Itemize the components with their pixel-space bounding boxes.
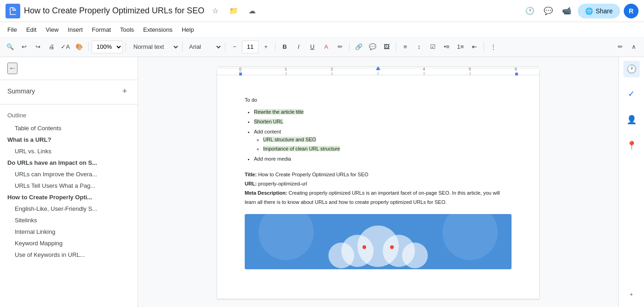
- bullet-list-btn[interactable]: •≡: [440, 41, 453, 53]
- font-name-select[interactable]: Arial: [185, 41, 222, 53]
- font-size-increase-btn[interactable]: +: [259, 41, 272, 53]
- star-icon[interactable]: ☆: [208, 4, 223, 18]
- toolbar-sep-5: [275, 42, 276, 52]
- right-icon-map[interactable]: 📍: [622, 136, 641, 155]
- todo-sub-list: URL structure and SEO Importance of clea…: [254, 136, 512, 153]
- search-toolbar-btn[interactable]: 🔍: [4, 41, 17, 53]
- menu-edit[interactable]: Edit: [23, 24, 40, 35]
- sidebar-item-english[interactable]: English-Like, User-Friendly S...: [0, 203, 138, 214]
- zoom-select[interactable]: 100%: [92, 41, 123, 53]
- underline-btn[interactable]: U: [306, 41, 319, 53]
- doc-title-text[interactable]: How to Create Properly Optimized URLs fo…: [24, 6, 204, 16]
- sidebar-item-toc[interactable]: Table of Contents: [0, 122, 138, 134]
- todo-list: Rewrite the article title Shorten URL Ad…: [245, 108, 512, 163]
- right-icon-clock[interactable]: 🕐: [623, 61, 640, 77]
- paint-format-btn[interactable]: 🎨: [73, 41, 86, 53]
- insert-image-btn[interactable]: 🖼: [380, 41, 393, 53]
- doc-content: To do Rewrite the article title Shorten …: [245, 96, 512, 269]
- sidebar-item-improve[interactable]: URLs can Improve the Overa...: [0, 168, 138, 180]
- sidebar-item-what-url[interactable]: What is a URL?: [0, 134, 138, 145]
- sidebar-item-tell[interactable]: URLs Tell Users What a Pag...: [0, 180, 138, 191]
- summary-add-btn[interactable]: +: [119, 86, 130, 97]
- toolbar-sep-6: [349, 42, 350, 52]
- sidebar-item-use-keyword[interactable]: Use of Keywords in URL...: [0, 249, 138, 261]
- svg-point-23: [402, 243, 428, 268]
- undo-btn[interactable]: ↩: [17, 41, 30, 53]
- indent-dec-btn[interactable]: ⇤: [468, 41, 481, 53]
- line-spacing-btn[interactable]: ↕: [413, 41, 426, 53]
- edit-mode-btn[interactable]: ✏: [614, 41, 627, 53]
- redo-btn[interactable]: ↪: [31, 41, 44, 53]
- insert-comment-btn[interactable]: 💬: [366, 41, 379, 53]
- svg-text:6: 6: [515, 67, 517, 71]
- chat-icon[interactable]: 💬: [541, 4, 556, 18]
- ruler: 0 1 2 3 4 5 6: [217, 66, 539, 67]
- link-btn[interactable]: 🔗: [352, 41, 365, 53]
- right-icon-check[interactable]: ✓: [622, 85, 641, 103]
- align-btn[interactable]: ≡: [399, 41, 412, 53]
- italic-btn[interactable]: I: [292, 41, 305, 53]
- meta-title-label: Title:: [245, 172, 257, 177]
- menu-tools[interactable]: Tools: [116, 24, 138, 35]
- todo-section: To do Rewrite the article title Shorten …: [245, 96, 512, 163]
- sidebar-item-impact[interactable]: Do URLs have an Impact on S...: [0, 157, 138, 168]
- outline-label: Outline: [0, 108, 138, 122]
- folder-icon[interactable]: 📁: [226, 4, 241, 18]
- video-icon[interactable]: 📹: [559, 4, 574, 18]
- share-button[interactable]: 🌐 Share: [578, 4, 620, 18]
- menu-format[interactable]: Format: [88, 24, 115, 35]
- title-actions: 🕐 💬 📹 🌐 Share R: [523, 4, 638, 18]
- todo-item-1-text: Rewrite the article title: [254, 109, 304, 115]
- todo-item-4: Add more media: [254, 155, 512, 163]
- font-size-display: 11: [242, 41, 259, 53]
- print-btn[interactable]: 🖨: [45, 41, 58, 53]
- sidebar-item-how-create[interactable]: How to Create Properly Opti...: [0, 191, 138, 203]
- font-size-decrease-btn[interactable]: −: [228, 41, 241, 53]
- avatar[interactable]: R: [624, 4, 638, 18]
- todo-item-2: Shorten URL: [254, 118, 512, 126]
- bold-btn[interactable]: B: [278, 41, 291, 53]
- text-style-select[interactable]: Normal text: [129, 41, 179, 53]
- svg-point-24: [362, 245, 366, 249]
- expand-toolbar-btn[interactable]: ∧: [627, 41, 640, 53]
- sidebar-item-keyword[interactable]: Keyword Mapping: [0, 237, 138, 249]
- history-icon[interactable]: 🕐: [523, 4, 537, 18]
- todo-item-4-text: Add more media: [254, 156, 291, 162]
- sidebar-item-sitelinks[interactable]: Sitelinks: [0, 214, 138, 226]
- toolbar: 🔍 ↩ ↪ 🖨 ✓A 🎨 100% Normal text Arial − 11…: [0, 37, 644, 57]
- doc-image: [245, 214, 512, 269]
- summary-header: Summary +: [7, 86, 130, 97]
- svg-point-25: [390, 245, 394, 249]
- sidebar-item-internal[interactable]: Internal Linking: [0, 226, 138, 237]
- cloud-icon[interactable]: ☁: [245, 4, 259, 18]
- right-icon-user[interactable]: 👤: [622, 110, 641, 129]
- right-sidebar: 🕐 ✓ 👤 📍 +: [618, 57, 644, 307]
- numbered-list-btn[interactable]: 1≡: [454, 41, 467, 53]
- menu-insert[interactable]: Insert: [64, 24, 86, 35]
- meta-url-row: URL: properly-optimized-url: [245, 180, 512, 189]
- todo-item-3: Add content URL structure and SEO Import…: [254, 128, 512, 153]
- spell-check-btn[interactable]: ✓A: [59, 41, 72, 53]
- sidebar-item-url-links[interactable]: URL vs. Links: [0, 145, 138, 157]
- svg-text:4: 4: [423, 67, 425, 71]
- text-color-btn[interactable]: A: [320, 41, 333, 53]
- sidebar-back-btn[interactable]: ←: [7, 63, 17, 74]
- meta-url-label: URL:: [245, 181, 257, 186]
- menu-help[interactable]: Help: [178, 24, 198, 35]
- todo-sub-item-2-text: Importance of clean URL structure: [263, 146, 340, 151]
- sidebar-header: ←: [0, 57, 138, 80]
- menu-extensions[interactable]: Extensions: [139, 24, 176, 35]
- todo-item-1: Rewrite the article title: [254, 108, 512, 116]
- right-expand-btn[interactable]: +: [622, 285, 641, 303]
- svg-text:5: 5: [469, 67, 471, 71]
- menu-view[interactable]: View: [42, 24, 62, 35]
- more-options-btn[interactable]: ⋮: [487, 41, 500, 53]
- highlight-color-btn[interactable]: ✏: [334, 41, 346, 53]
- title-bar: How to Create Properly Optimized URLs fo…: [0, 0, 644, 22]
- todo-sub-item-1: URL structure and SEO: [263, 136, 512, 144]
- checklist-btn[interactable]: ☑: [426, 41, 439, 53]
- google-docs-icon: [6, 4, 20, 18]
- menu-file[interactable]: File: [4, 24, 21, 35]
- title-info: How to Create Properly Optimized URLs fo…: [24, 4, 519, 18]
- doc-area[interactable]: 0 1 2 3 4 5 6: [138, 57, 618, 307]
